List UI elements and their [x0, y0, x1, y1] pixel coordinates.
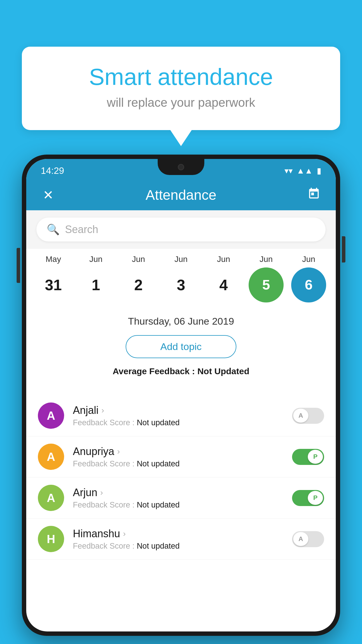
feedback-anjali: Feedback Score : Not updated	[73, 418, 292, 427]
status-bar: 14:29 ▾▾ ▲▲ ▮	[26, 159, 336, 180]
date-wrapper-3[interactable]: 3	[160, 272, 202, 298]
date-wrapper-2[interactable]: 2	[117, 272, 160, 298]
date-3[interactable]: 3	[160, 272, 202, 298]
toggle-knob-anupriya: P	[308, 450, 323, 464]
student-name-arjun: Arjun ›	[73, 487, 292, 499]
feedback-arjun: Feedback Score : Not updated	[73, 501, 292, 510]
chevron-icon-arjun: ›	[100, 488, 103, 497]
avatar-himanshu: H	[38, 526, 64, 552]
close-button[interactable]: ✕	[39, 188, 57, 202]
student-info-anupriya: Anupriya › Feedback Score : Not updated	[73, 445, 292, 468]
speech-bubble: Smart attendance will replace your paper…	[22, 47, 340, 130]
toggle-arjun[interactable]: P	[292, 490, 324, 506]
search-container: 🔍 Search	[26, 210, 336, 249]
date-wrapper-6[interactable]: 6	[288, 267, 330, 302]
add-topic-button[interactable]: Add topic	[126, 335, 236, 358]
avatar-anupriya: A	[38, 444, 64, 470]
chevron-icon-anjali: ›	[101, 406, 104, 415]
toggle-anjali[interactable]: A	[292, 408, 324, 424]
date-4[interactable]: 4	[203, 272, 245, 298]
calendar-months: May Jun Jun Jun Jun Jun Jun	[32, 255, 330, 264]
date-wrapper-5[interactable]: 5	[245, 267, 287, 302]
month-6: Jun	[288, 255, 330, 264]
student-info-anjali: Anjali › Feedback Score : Not updated	[73, 404, 292, 427]
toggle-anupriya[interactable]: P	[292, 449, 324, 465]
month-0: May	[32, 255, 75, 264]
student-list: A Anjali › Feedback Score : Not updated …	[26, 395, 336, 560]
search-bar[interactable]: 🔍 Search	[36, 218, 326, 242]
app-bar-title: Attendance	[66, 187, 296, 203]
feedback-anupriya: Feedback Score : Not updated	[73, 459, 292, 468]
student-item-arjun[interactable]: A Arjun › Feedback Score : Not updated P	[26, 477, 336, 519]
calendar-strip: May Jun Jun Jun Jun Jun Jun 31 1	[26, 249, 336, 307]
wifi-icon: ▾▾	[284, 166, 293, 176]
feedback-himanshu: Feedback Score : Not updated	[73, 542, 292, 551]
avg-feedback-value: Not Updated	[197, 366, 249, 376]
date-wrapper-1[interactable]: 1	[75, 272, 117, 298]
selected-date-text: Thursday, 06 June 2019	[38, 316, 324, 327]
notch	[158, 159, 204, 175]
date-6-selected[interactable]: 6	[291, 267, 326, 302]
student-item-anupriya[interactable]: A Anupriya › Feedback Score : Not update…	[26, 436, 336, 477]
avatar-anjali: A	[38, 402, 64, 429]
month-2: Jun	[117, 255, 160, 264]
student-name-himanshu: Himanshu ›	[73, 528, 292, 540]
date-2[interactable]: 2	[117, 272, 160, 298]
phone-frame: 14:29 ▾▾ ▲▲ ▮ ✕ Attendance	[22, 155, 340, 636]
month-4: Jun	[203, 255, 245, 264]
toggle-knob-arjun: P	[308, 491, 323, 505]
search-input-placeholder[interactable]: Search	[65, 223, 98, 236]
student-info-himanshu: Himanshu › Feedback Score : Not updated	[73, 528, 292, 551]
toggle-knob-anjali: A	[293, 409, 308, 423]
avg-feedback-label: Average Feedback :	[113, 366, 197, 376]
student-info-arjun: Arjun › Feedback Score : Not updated	[73, 487, 292, 510]
app-bar: ✕ Attendance	[26, 180, 336, 210]
bubble-title: Smart attendance	[42, 64, 320, 90]
camera-dot	[178, 164, 184, 170]
month-1: Jun	[75, 255, 117, 264]
student-item-anjali[interactable]: A Anjali › Feedback Score : Not updated …	[26, 395, 336, 436]
chevron-icon-anupriya: ›	[117, 447, 120, 456]
date-31[interactable]: 31	[32, 272, 75, 298]
avg-feedback: Average Feedback : Not Updated	[38, 366, 324, 376]
date-wrapper-0[interactable]: 31	[32, 272, 75, 298]
toggle-knob-himanshu: A	[293, 532, 308, 546]
date-1[interactable]: 1	[75, 272, 117, 298]
month-5: Jun	[245, 255, 287, 264]
search-icon: 🔍	[47, 223, 60, 236]
toggle-himanshu[interactable]: A	[292, 531, 324, 547]
student-name-anjali: Anjali ›	[73, 404, 292, 416]
phone-inner: 14:29 ▾▾ ▲▲ ▮ ✕ Attendance	[26, 159, 336, 631]
student-item-himanshu[interactable]: H Himanshu › Feedback Score : Not update…	[26, 519, 336, 560]
status-time: 14:29	[41, 165, 64, 176]
date-wrapper-4[interactable]: 4	[203, 272, 245, 298]
calendar-button[interactable]	[305, 187, 323, 203]
bubble-subtitle: will replace your paperwork	[42, 96, 320, 110]
month-3: Jun	[160, 255, 202, 264]
chevron-icon-himanshu: ›	[123, 529, 126, 538]
avatar-arjun: A	[38, 485, 64, 511]
signal-icon: ▲▲	[297, 166, 313, 176]
date-5-today[interactable]: 5	[249, 267, 284, 302]
status-icons: ▾▾ ▲▲ ▮	[284, 166, 321, 176]
content-area: Thursday, 06 June 2019 Add topic Average…	[26, 307, 336, 395]
phone-wrapper: 14:29 ▾▾ ▲▲ ▮ ✕ Attendance	[22, 155, 340, 644]
calendar-dates: 31 1 2 3 4 5	[32, 267, 330, 302]
battery-icon: ▮	[317, 166, 321, 176]
student-name-anupriya: Anupriya ›	[73, 445, 292, 458]
speech-bubble-container: Smart attendance will replace your paper…	[22, 47, 340, 130]
